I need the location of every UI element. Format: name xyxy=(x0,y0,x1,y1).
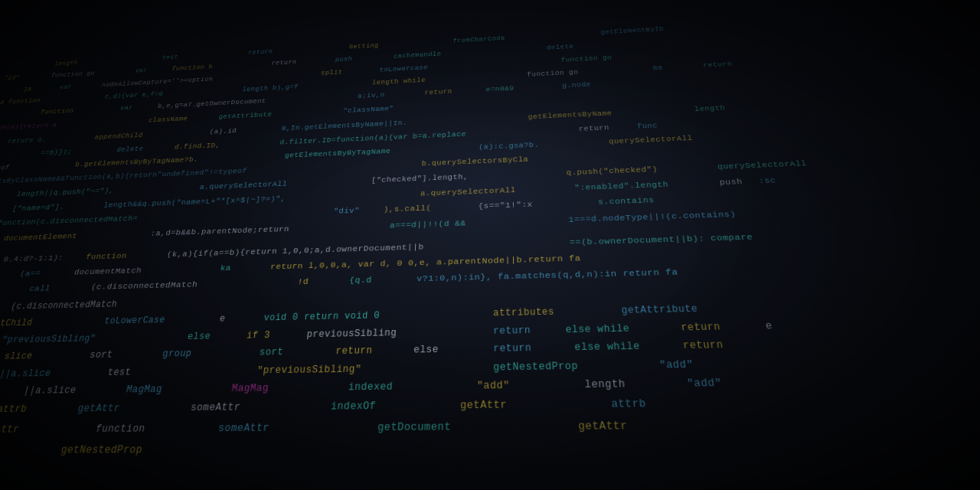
code-token: b.querySelectorsByCla xyxy=(421,156,528,168)
code-token: return o. xyxy=(7,137,47,145)
code-token: "add" xyxy=(659,360,694,371)
code-token: g.node xyxy=(562,81,591,89)
code-token: "add" xyxy=(477,381,510,391)
code-token: (a):c.gsa?b. xyxy=(479,142,539,151)
code-token: delete xyxy=(547,44,574,51)
code-token: length xyxy=(694,105,725,113)
code-token: split xyxy=(321,69,343,76)
code-token: toLowercase xyxy=(379,64,428,73)
code-token: return xyxy=(493,326,531,337)
code-token: void 0 return void 0 xyxy=(263,311,381,322)
code-token: MagMag xyxy=(231,384,270,394)
code-token: return xyxy=(681,322,721,333)
code-token: function go xyxy=(51,71,96,79)
code-token: attributes ia function(a){return a xyxy=(0,122,57,135)
code-token: return"undefined"!=typeof xyxy=(0,165,11,176)
code-token: attrb xyxy=(0,404,28,415)
code-token: func xyxy=(637,122,658,130)
code-token: function xyxy=(40,108,74,116)
code-token: return xyxy=(682,340,724,351)
code-token: firstChild xyxy=(0,318,34,328)
code-token: call xyxy=(28,285,51,294)
code-token: else xyxy=(187,332,211,342)
code-token: else xyxy=(413,345,439,355)
code-token: getElementsByName xyxy=(528,110,612,121)
code-token: ["name=d"]. xyxy=(11,204,65,213)
code-token: previousSibling xyxy=(306,328,397,340)
code-layer: applylengthtestreturnGettingfromCharCode… xyxy=(0,0,980,490)
code-token: return xyxy=(424,89,452,96)
code-token: someAttr xyxy=(190,403,241,413)
code-plane: applylengthtestreturnGettingfromCharCode… xyxy=(0,0,980,490)
code-token: querySelectorAll xyxy=(717,160,807,171)
code-token: :sc xyxy=(758,177,776,185)
code-token: getElementByID xyxy=(600,27,664,36)
code-token: getElementsByByTagName xyxy=(284,148,390,159)
code-token: (c.disconnectedMatch xyxy=(10,301,118,312)
code-token: className xyxy=(148,116,188,124)
code-token: e xyxy=(219,315,226,324)
code-token: getDocument xyxy=(377,422,451,433)
code-token: ja xyxy=(23,86,33,92)
code-token: length&&q.push("name=L+"*[x^$|~]?=)", xyxy=(103,195,286,209)
code-token: var xyxy=(59,84,73,90)
code-token: querySelectorAll xyxy=(609,135,693,145)
code-token: attributes xyxy=(493,308,554,318)
code-token: ==b}}); xyxy=(40,149,72,156)
code-token: getAttr xyxy=(578,421,628,433)
code-token: :a,d=b&&b.parentNode;return xyxy=(150,225,290,237)
code-token: v?1:0,n):in}, fa.matches(q,d,n):in retur… xyxy=(416,269,678,284)
code-token: ["checked"].length, xyxy=(371,174,469,185)
code-token: "id" xyxy=(3,75,21,81)
code-token: getAttribute xyxy=(218,112,273,120)
code-token: (k,a){if(a==b){return 1,0,0;a,d.ownerDoc… xyxy=(166,243,424,259)
code-token: ||a.slice xyxy=(0,369,52,379)
code-token: getAttr xyxy=(0,425,20,436)
code-token: function b xyxy=(172,64,214,72)
code-screenshot: applylengthtestreturnGettingfromCharCode… xyxy=(0,0,980,490)
code-token: function xyxy=(95,424,146,435)
code-token: else while xyxy=(574,341,640,352)
code-token: test xyxy=(106,368,132,377)
code-token: appendChild xyxy=(94,132,144,141)
code-token: b.getElementsByByTagName?b. xyxy=(74,156,198,168)
code-token: {s=="1!":x xyxy=(479,201,533,211)
code-token: getAttribute xyxy=(621,305,698,315)
code-token: someAttr xyxy=(217,423,270,434)
code-token: (a== xyxy=(19,270,41,279)
code-token: ==(b.ownerDocument||b): compare xyxy=(570,233,753,247)
code-token: length b),g=f xyxy=(242,83,299,93)
code-token: slice xyxy=(3,351,34,361)
code-token: "previousSibling" xyxy=(1,334,96,345)
code-token: var xyxy=(135,68,148,74)
code-token: b,e,g=a7.getOwnerDocument xyxy=(157,98,266,109)
code-token: Getting xyxy=(349,43,379,50)
code-token: indexed xyxy=(348,382,393,393)
code-token: d.find.ID, xyxy=(174,142,220,151)
code-token: "div" xyxy=(333,207,360,216)
code-token: (a).id xyxy=(209,128,237,136)
code-token: a.querySelectorAll xyxy=(420,187,516,198)
code-token: toLowerCase xyxy=(103,315,165,325)
code-token: 1===d.nodeType||!(c.contains) xyxy=(568,210,737,224)
code-token: "add" xyxy=(687,378,723,390)
code-token: a===d||!!(d && xyxy=(390,219,466,230)
code-token: getNestedProp xyxy=(60,445,143,456)
code-token: else while xyxy=(565,324,629,335)
code-token: delete xyxy=(116,145,144,153)
code-token: length||q.push("~="), xyxy=(15,188,114,198)
code-token: ),s.call( xyxy=(384,204,432,214)
code-token: length xyxy=(54,60,78,67)
code-token: function go xyxy=(560,54,612,63)
code-token: getNestedProp xyxy=(493,361,578,373)
code-token: ma xyxy=(652,64,662,71)
code-token: if 3 xyxy=(246,331,270,341)
code-token: documentElement xyxy=(3,232,78,242)
code-token: c,d){var e,f=0 xyxy=(104,91,164,100)
code-token: getAttr xyxy=(77,403,121,414)
code-token: return xyxy=(703,61,733,69)
code-token: &t,v,b)?1:k?J(k,a): J(k,b): 0.4:d?-1:1): xyxy=(0,253,64,267)
code-token: s.contains xyxy=(598,197,655,207)
code-token: e=n0&9 xyxy=(486,85,514,93)
code-token: cacheHandle xyxy=(394,51,442,60)
